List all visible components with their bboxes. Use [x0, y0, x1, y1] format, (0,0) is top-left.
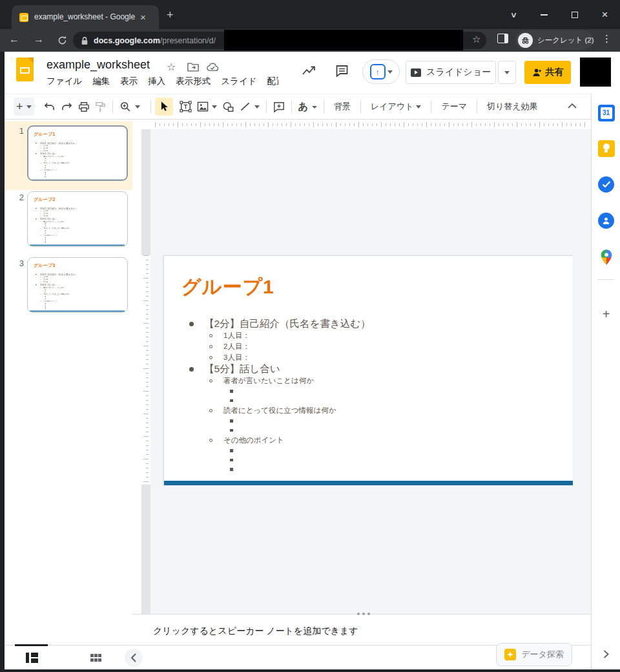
menu-format[interactable]: 表示形式: [176, 76, 211, 87]
incognito-badge[interactable]: シークレット (2): [515, 30, 593, 50]
new-tab-button[interactable]: +: [167, 9, 174, 21]
present-caret-icon[interactable]: [388, 70, 393, 76]
slideshow-button[interactable]: スライドショー: [406, 61, 496, 84]
star-document-icon[interactable]: ☆: [167, 61, 176, 73]
tasks-icon[interactable]: [597, 176, 615, 193]
tab-search-icon[interactable]: ∨: [499, 0, 529, 29]
slides-logo-icon[interactable]: [16, 58, 34, 81]
slide-bullet-list[interactable]: 【2分】自己紹介（氏名を書き込む） 1人目： 2人目： 3人目： 【5分】話し合…: [36, 273, 78, 309]
menu-slide[interactable]: スライド: [221, 76, 256, 87]
maximize-button[interactable]: [559, 0, 590, 29]
menu-view[interactable]: 表示: [120, 76, 138, 87]
input-tools-button[interactable]: あ: [296, 98, 320, 116]
insert-line-icon[interactable]: [237, 98, 262, 116]
bullet-square-icon: [45, 165, 46, 166]
browser-titlebar: example_worksheet - Google スラ × + ∨ ×: [0, 0, 620, 29]
slide-bullet-list[interactable]: 【2分】自己紹介（氏名を書き込む） 1人目： 2人目： 3人目： 【5分】話し合…: [189, 318, 371, 474]
bullet-square-icon: [230, 419, 233, 423]
bookmark-star-icon[interactable]: ☆: [472, 34, 480, 45]
bullet-circle-icon: [40, 211, 41, 211]
bullet-square-icon: [45, 233, 46, 233]
slide-title[interactable]: グループ1: [34, 131, 55, 138]
minimize-button[interactable]: [529, 0, 559, 29]
insert-comment-icon[interactable]: [271, 98, 287, 116]
theme-button[interactable]: テーマ: [435, 98, 473, 116]
side-panel-icon[interactable]: [497, 34, 508, 43]
slideshow-options-button[interactable]: [498, 61, 516, 84]
maps-icon[interactable]: [597, 248, 615, 266]
slide-bullet-list[interactable]: 【2分】自己紹介（氏名を書き込む） 1人目： 2人目： 3人目： 【5分】話し合…: [36, 142, 78, 178]
slide-thumbnail-3[interactable]: グループ3 【2分】自己紹介（氏名を書き込む） 1人目： 2人目： 3人目： 【…: [27, 257, 128, 313]
filmstrip-view-icon[interactable]: [26, 653, 38, 663]
print-icon[interactable]: [76, 98, 92, 116]
explore-button[interactable]: データ探索: [496, 643, 572, 666]
back-icon[interactable]: ←: [9, 34, 19, 45]
speaker-notes-panel[interactable]: クリックするとスピーカー ノートを追加できます: [132, 614, 591, 645]
background-button[interactable]: 背景: [328, 98, 356, 116]
bullet-square-icon: [45, 167, 46, 168]
close-button[interactable]: ×: [590, 0, 620, 29]
document-title[interactable]: example_worksheet: [46, 58, 150, 72]
account-avatar[interactable]: [580, 58, 611, 87]
menu-insert[interactable]: 挿入: [148, 76, 165, 87]
undo-icon[interactable]: [41, 98, 58, 116]
slide-content: グループ3 【2分】自己紹介（氏名を書き込む） 1人目： 2人目： 3人目： 【…: [30, 258, 125, 311]
contacts-icon[interactable]: [597, 212, 615, 229]
bullet-circle-icon: [209, 356, 212, 359]
keep-icon[interactable]: [597, 140, 615, 157]
cloud-status-icon: [207, 63, 219, 72]
tab-close-icon[interactable]: ×: [140, 12, 146, 23]
transition-button[interactable]: 切り替え効果: [481, 98, 544, 116]
select-tool-icon[interactable]: [155, 98, 173, 116]
notes-placeholder[interactable]: クリックするとスピーカー ノートを追加できます: [153, 625, 358, 637]
slide-title[interactable]: グループ2: [34, 196, 55, 203]
slide-bullet-list[interactable]: 【2分】自己紹介（氏名を書き込む） 1人目： 2人目： 3人目： 【5分】話し合…: [36, 207, 78, 243]
bullet-square-icon: [45, 172, 46, 173]
new-slide-button[interactable]: +: [14, 98, 34, 116]
bullet-circle-icon: [40, 301, 41, 302]
bullet-circle-icon: [209, 379, 212, 383]
menu-redaction: [278, 72, 302, 93]
activity-trend-icon[interactable]: [300, 63, 317, 79]
reload-icon[interactable]: [57, 35, 68, 46]
collapse-filmstrip-icon[interactable]: [125, 649, 143, 667]
slide-editor[interactable]: グループ1 【2分】自己紹介（氏名を書き込む） 1人目： 2人目： 3人目： 【…: [163, 255, 572, 485]
forward-icon[interactable]: →: [34, 34, 44, 45]
slide-content: グループ2 【2分】自己紹介（氏名を書き込む） 1人目： 2人目： 3人目： 【…: [30, 193, 125, 246]
collapse-menus-icon[interactable]: [568, 103, 577, 109]
text-box-icon[interactable]: [177, 98, 194, 116]
slide-accent-bar: [30, 245, 125, 246]
bullet-square-icon: [45, 224, 46, 224]
layout-button[interactable]: レイアウト: [365, 98, 428, 116]
share-button[interactable]: 共有: [524, 61, 571, 84]
bullet-circle-icon: [209, 439, 212, 442]
expand-panel-icon[interactable]: [597, 646, 615, 663]
comment-history-icon[interactable]: [334, 63, 350, 79]
notes-resize-handle-icon[interactable]: [357, 613, 370, 615]
add-addon-icon[interactable]: +: [592, 307, 620, 322]
window-controls: ∨ ×: [499, 0, 620, 29]
slide-number: 3: [10, 258, 24, 268]
slide-title[interactable]: グループ3: [34, 262, 55, 269]
insert-shape-icon[interactable]: [220, 98, 237, 116]
grid-view-icon[interactable]: [90, 654, 101, 662]
slide-thumbnail-2[interactable]: グループ2 【2分】自己紹介（氏名を書き込む） 1人目： 2人目： 3人目： 【…: [27, 191, 128, 247]
bullet-circle-icon: [40, 148, 41, 149]
bullet-disc-icon: [36, 284, 37, 286]
redo-icon[interactable]: [58, 98, 76, 116]
insert-image-icon[interactable]: [194, 98, 220, 116]
menu-edit[interactable]: 編集: [92, 76, 110, 87]
slide-thumbnail-1[interactable]: グループ1 【2分】自己紹介（氏名を書き込む） 1人目： 2人目： 3人目： 【…: [27, 125, 128, 181]
menu-file[interactable]: ファイル: [46, 76, 82, 87]
slide-title[interactable]: グループ1: [181, 274, 274, 300]
bullet-disc-icon: [36, 208, 37, 209]
present-button[interactable]: ↑: [362, 59, 400, 84]
calendar-icon[interactable]: 31: [597, 104, 615, 121]
browser-tab[interactable]: example_worksheet - Google スラ ×: [12, 5, 159, 29]
paint-format-icon[interactable]: [92, 98, 108, 116]
browser-menu-icon[interactable]: ⋮: [602, 33, 612, 45]
slide-thumbnail-preview: グループ1 【2分】自己紹介（氏名を書き込む） 1人目： 2人目： 3人目： 【…: [30, 127, 125, 180]
zoom-icon[interactable]: [117, 98, 143, 116]
move-folder-icon[interactable]: [187, 62, 199, 72]
bullet-item: 2人目：: [209, 341, 371, 352]
